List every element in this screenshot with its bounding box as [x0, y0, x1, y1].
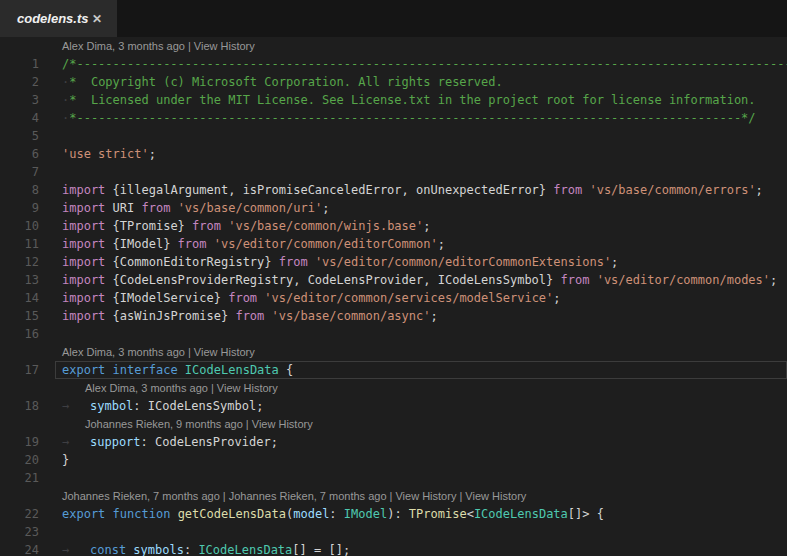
code-line-row: 24→const symbols: ICodeLensData[] = []; [0, 541, 787, 556]
line-number [0, 343, 55, 361]
line-number: 15 [0, 307, 55, 325]
code-token [308, 255, 315, 269]
code-token: /*--------------------------------------… [62, 57, 787, 71]
codelens-content[interactable]: Alex Dima, 3 months ago | View History [55, 379, 787, 397]
code-line-content[interactable]: import {IModel} from 'vs/editor/common/e… [55, 235, 787, 253]
code-token: ; [271, 435, 278, 449]
tab-codelens-ts[interactable]: codelens.ts ✕ [0, 0, 117, 37]
code-line-content[interactable]: →const symbols: ICodeLensData[] = []; [55, 541, 787, 556]
code-line-row: 19→support: CodeLensProvider; [0, 433, 787, 451]
line-number: 1 [0, 55, 55, 73]
line-number: 7 [0, 163, 55, 181]
code-token: 'vs/editor/common/editorCommon' [214, 237, 438, 251]
line-number: 10 [0, 217, 55, 235]
codelens-annotation[interactable]: Alex Dima, 3 months ago | View History [62, 346, 255, 358]
code-line-row: 7 [0, 163, 787, 181]
line-number [0, 487, 55, 505]
code-line-content[interactable] [55, 325, 787, 343]
code-token: {TPromise} [105, 219, 192, 233]
code-token: from [141, 201, 170, 215]
code-token: model [293, 507, 329, 521]
code-token: import [62, 183, 105, 197]
line-number: 5 [0, 127, 55, 145]
code-token: from [192, 219, 221, 233]
codelens-content[interactable]: Alex Dima, 3 months ago | View History [55, 343, 787, 361]
code-line-content[interactable]: import {asWinJsPromise} from 'vs/base/co… [55, 307, 787, 325]
code-line-content[interactable] [55, 523, 787, 541]
code-token: * Licensed under the MIT License. See Li… [69, 93, 755, 107]
code-token: {IModelService} [105, 291, 228, 305]
codelens-annotation[interactable]: Alex Dima, 3 months ago | View History [85, 382, 278, 394]
line-number: 16 [0, 325, 55, 343]
tab-whitespace-arrow-icon: → [62, 397, 90, 415]
code-token: * Copyright (c) Microsoft Corporation. A… [69, 75, 502, 89]
code-token: ICodeLensData [474, 507, 568, 521]
code-token [170, 201, 177, 215]
code-line-content[interactable]: import URI from 'vs/base/common/uri'; [55, 199, 787, 217]
code-line-content[interactable]: } [55, 451, 787, 469]
code-line-row: 6'use strict'; [0, 145, 787, 163]
code-token: getCodeLensData [178, 507, 286, 521]
code-line-row: 20} [0, 451, 787, 469]
code-token: IModel [344, 507, 387, 521]
codelens-annotation[interactable]: Alex Dima, 3 months ago | View History [62, 40, 255, 52]
code-token: import [62, 291, 105, 305]
code-line-content[interactable]: import {illegalArgument, isPromiseCancel… [55, 181, 787, 199]
line-number: 12 [0, 253, 55, 271]
line-number: 4 [0, 109, 55, 127]
codelens-annotation[interactable]: Johannes Rieken, 7 months ago | Johannes… [62, 490, 526, 502]
code-token: 'use strict' [62, 147, 149, 161]
code-token: const [90, 543, 126, 556]
code-line-content[interactable]: /*--------------------------------------… [55, 55, 787, 73]
code-line-content[interactable]: import {CommonEditorRegistry} from 'vs/e… [55, 253, 787, 271]
close-icon[interactable]: ✕ [90, 12, 104, 26]
code-token: import [62, 237, 105, 251]
code-line-row: 8import {illegalArgument, isPromiseCance… [0, 181, 787, 199]
code-token: 'vs/editor/common/editorCommonExtensions… [315, 255, 611, 269]
code-line-content[interactable] [55, 163, 787, 181]
code-line-content[interactable] [55, 469, 787, 487]
code-line-content[interactable]: →symbol: ICodeLensSymbol; [55, 397, 787, 415]
codelens-content[interactable]: Johannes Rieken, 9 months ago | View His… [55, 415, 787, 433]
code-line-content[interactable] [55, 127, 787, 145]
code-line-content[interactable]: →support: CodeLensProvider; [55, 433, 787, 451]
code-token [105, 507, 112, 521]
line-number: 19 [0, 433, 55, 451]
code-token: : [184, 543, 198, 556]
code-token: support [90, 435, 141, 449]
codelens-content[interactable]: Alex Dima, 3 months ago | View History [55, 37, 787, 55]
code-token: *---------------------------------------… [69, 111, 755, 125]
code-line-content[interactable]: import {IModelService} from 'vs/editor/c… [55, 289, 787, 307]
line-number: 3 [0, 91, 55, 109]
code-editor: Alex Dima, 3 months ago | View History1/… [0, 37, 787, 556]
code-line-content[interactable]: ·*--------------------------------------… [55, 109, 787, 127]
code-line-content[interactable]: export interface ICodeLensData { [55, 361, 787, 379]
code-line-content[interactable]: export function getCodeLensData(model: I… [55, 505, 787, 523]
codelens-content[interactable]: Johannes Rieken, 7 months ago | Johannes… [55, 487, 787, 505]
code-token: ; [438, 237, 445, 251]
code-line-content[interactable]: ·* Licensed under the MIT License. See L… [55, 91, 787, 109]
code-line-content[interactable]: 'use strict'; [55, 145, 787, 163]
codelens-annotation[interactable]: Johannes Rieken, 9 months ago | View His… [85, 418, 313, 430]
code-line-content[interactable]: ·* Copyright (c) Microsoft Corporation. … [55, 73, 787, 91]
tab-whitespace-arrow-icon: → [62, 541, 90, 556]
codelens-row: Johannes Rieken, 9 months ago | View His… [0, 415, 787, 433]
code-token: from [178, 237, 207, 251]
code-token: import [62, 219, 105, 233]
editor-window: codelens.ts ✕ Alex Dima, 3 months ago | … [0, 0, 787, 556]
code-token: ICodeLensData [198, 543, 292, 556]
code-line-row: 17export interface ICodeLensData { [0, 361, 787, 379]
code-line-content[interactable]: import {CodeLensProviderRegistry, CodeLe… [55, 271, 787, 289]
code-token: ; [322, 201, 329, 215]
code-token: from [553, 183, 582, 197]
codelens-row: Johannes Rieken, 7 months ago | Johannes… [0, 487, 787, 505]
code-token [178, 363, 185, 377]
tab-whitespace-arrow-icon: → [62, 433, 90, 451]
code-line-row: 13import {CodeLensProviderRegistry, Code… [0, 271, 787, 289]
code-line-content[interactable]: import {TPromise} from 'vs/base/common/w… [55, 217, 787, 235]
code-token: {IModel} [105, 237, 177, 251]
code-token: < [467, 507, 474, 521]
line-number [0, 37, 55, 55]
code-token: []> { [568, 507, 604, 521]
code-token: ; [756, 183, 763, 197]
